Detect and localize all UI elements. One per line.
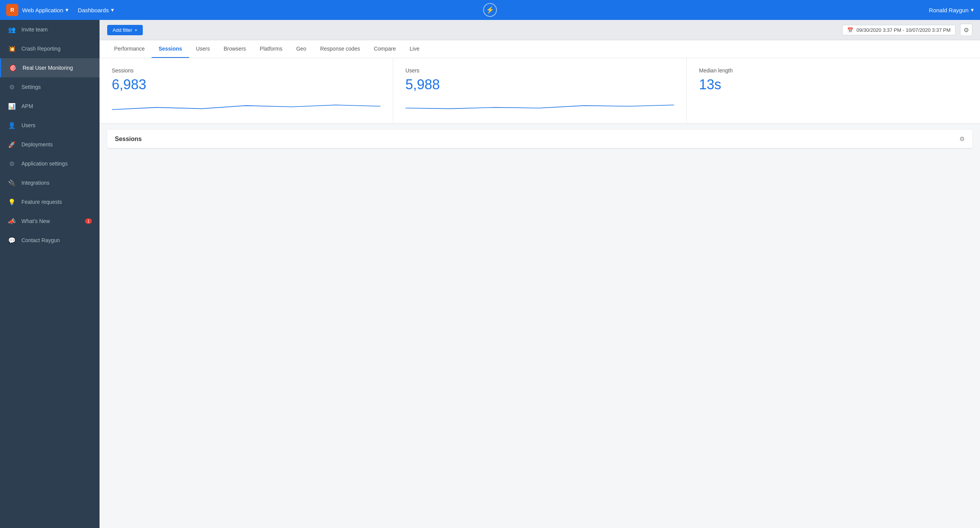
sidebar-item-whats-new[interactable]: 📣 What's New 1 (0, 212, 100, 231)
sidebar-item-integrations[interactable]: 🔌 Integrations (0, 173, 100, 192)
sidebar-item-invite-team[interactable]: 👥 Invite team (0, 20, 100, 39)
date-range-picker[interactable]: 📅 09/30/2020 3:37 PM - 10/07/2020 3:37 P… (842, 25, 956, 35)
tab-performance[interactable]: Performance (107, 40, 152, 58)
user-dropdown-icon: ▾ (971, 7, 974, 13)
sidebar-icon-deployments: 🚀 (8, 140, 16, 149)
sidebar-icon-application-settings: ⚙ (8, 159, 16, 168)
tab-users[interactable]: Users (189, 40, 217, 58)
tab-response-codes[interactable]: Response codes (313, 40, 367, 58)
main-layout: 👥 Invite team 💥 Crash Reporting 🎯 Real U… (0, 20, 980, 528)
sidebar-item-deployments[interactable]: 🚀 Deployments (0, 135, 100, 154)
dashboards-dropdown-icon: ▾ (111, 7, 114, 13)
stat-label-users: Users (405, 67, 420, 74)
sessions-settings-icon[interactable]: ⚙ (959, 135, 965, 143)
stat-value-sessions: 6,983 (112, 77, 146, 93)
tab-compare[interactable]: Compare (367, 40, 403, 58)
mini-chart-sessions (112, 99, 381, 114)
dashboards-menu[interactable]: Dashboards ▾ (78, 7, 114, 13)
sessions-section: Sessions ⚙ (100, 124, 980, 528)
settings-button[interactable]: ⚙ (960, 24, 972, 36)
sidebar-label-real-user-monitoring: Real User Monitoring (23, 65, 73, 71)
sessions-header: Sessions ⚙ (107, 130, 972, 148)
sidebar-label-deployments: Deployments (21, 141, 53, 148)
sidebar-label-feature-requests: Feature requests (21, 199, 62, 205)
sidebar-label-contact-raygun: Contact Raygun (21, 237, 60, 243)
sidebar-item-contact-raygun[interactable]: 💬 Contact Raygun (0, 231, 100, 250)
sidebar-label-crash-reporting: Crash Reporting (21, 46, 60, 52)
calendar-icon: 📅 (847, 27, 853, 33)
sidebar-icon-crash-reporting: 💥 (8, 44, 16, 53)
stat-value-users: 5,988 (405, 77, 440, 93)
sidebar-item-application-settings[interactable]: ⚙ Application settings (0, 154, 100, 173)
add-filter-label: Add filter (113, 27, 132, 33)
tab-platforms[interactable]: Platforms (253, 40, 289, 58)
gear-icon: ⚙ (964, 26, 969, 34)
tab-live[interactable]: Live (403, 40, 426, 58)
sidebar-icon-apm: 📊 (8, 102, 16, 110)
sidebar-icon-real-user-monitoring: 🎯 (9, 64, 17, 72)
tabs-bar: PerformanceSessionsUsersBrowsersPlatform… (100, 40, 980, 58)
sessions-title: Sessions (115, 136, 142, 143)
mini-chart-users (405, 99, 674, 114)
sidebar-icon-whats-new: 📣 (8, 217, 16, 225)
stat-label-median-length: Median length (699, 67, 733, 74)
sidebar-label-users: Users (21, 122, 36, 128)
sidebar-label-invite-team: Invite team (21, 26, 47, 33)
user-name: Ronald Raygun (929, 7, 969, 13)
sidebar-item-crash-reporting[interactable]: 💥 Crash Reporting (0, 39, 100, 58)
sidebar-item-real-user-monitoring[interactable]: 🎯 Real User Monitoring (0, 58, 100, 77)
stat-value-median-length: 13s (699, 77, 721, 93)
stat-card-users: Users 5,988 (393, 58, 687, 123)
sidebar-label-integrations: Integrations (21, 180, 49, 186)
sidebar-label-application-settings: Application settings (21, 161, 68, 167)
sidebar-item-feature-requests[interactable]: 💡 Feature requests (0, 192, 100, 212)
sidebar-icon-integrations: 🔌 (8, 179, 16, 187)
app-dropdown-icon: ▾ (65, 7, 69, 13)
stat-label-sessions: Sessions (112, 67, 134, 74)
sidebar-item-users[interactable]: 👤 Users (0, 116, 100, 135)
tab-sessions[interactable]: Sessions (152, 40, 189, 58)
sidebar-icon-invite-team: 👥 (8, 25, 16, 34)
sidebar-icon-feature-requests: 💡 (8, 198, 16, 206)
app-logo: R (6, 4, 18, 16)
sidebar-label-whats-new: What's New (21, 218, 50, 224)
user-menu[interactable]: Ronald Raygun ▾ (929, 7, 974, 13)
add-filter-icon: + (134, 27, 137, 33)
nav-center: ⚡ (483, 3, 497, 17)
sidebar: 👥 Invite team 💥 Crash Reporting 🎯 Real U… (0, 20, 100, 528)
lightning-icon: ⚡ (483, 3, 497, 17)
badge-whats-new: 1 (85, 218, 92, 224)
sidebar-icon-contact-raygun: 💬 (8, 236, 16, 244)
main-content: Add filter + 📅 09/30/2020 3:37 PM - 10/0… (100, 20, 980, 528)
stats-row: Sessions 6,983 Users 5,988 Median length… (100, 58, 980, 124)
app-selector[interactable]: Web Application ▾ (22, 7, 69, 13)
tab-browsers[interactable]: Browsers (217, 40, 253, 58)
stat-card-sessions: Sessions 6,983 (100, 58, 393, 123)
app-name: Web Application (22, 7, 63, 13)
sidebar-label-settings: Settings (21, 84, 41, 90)
top-nav: R Web Application ▾ Dashboards ▾ ⚡ Ronal… (0, 0, 980, 20)
dashboards-label: Dashboards (78, 7, 109, 13)
filter-bar: Add filter + 📅 09/30/2020 3:37 PM - 10/0… (100, 20, 980, 40)
sidebar-icon-settings: ⚙ (8, 83, 16, 91)
sidebar-icon-users: 👤 (8, 121, 16, 130)
sidebar-item-apm[interactable]: 📊 APM (0, 97, 100, 116)
add-filter-button[interactable]: Add filter + (107, 25, 143, 35)
tab-geo[interactable]: Geo (289, 40, 313, 58)
sidebar-label-apm: APM (21, 103, 33, 109)
stat-card-median-length: Median length 13s (687, 58, 980, 123)
sidebar-item-settings[interactable]: ⚙ Settings (0, 77, 100, 97)
sessions-panel: Sessions ⚙ (107, 130, 972, 148)
date-range-value: 09/30/2020 3:37 PM - 10/07/2020 3:37 PM (856, 27, 951, 33)
